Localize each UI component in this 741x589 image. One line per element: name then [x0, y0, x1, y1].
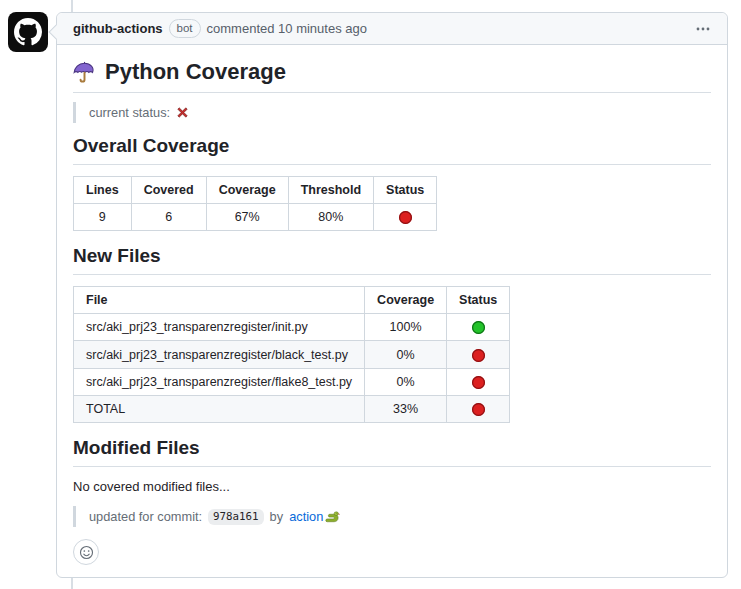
- table-row: src/aki_prj23_transparenzregister/black_…: [74, 341, 510, 368]
- new-files-heading: New Files: [73, 245, 711, 275]
- bot-badge: bot: [169, 19, 201, 38]
- commit-hash-chip[interactable]: 978a161: [208, 509, 264, 525]
- column-header: Threshold: [288, 177, 373, 204]
- coverage-cell: 33%: [365, 395, 447, 422]
- current-status-label: current status:: [89, 103, 170, 122]
- overall-coverage-table: Lines Covered Coverage Threshold Status …: [73, 176, 437, 231]
- comment-meta: commented 10 minutes ago: [207, 20, 367, 38]
- updated-label: updated for commit:: [89, 507, 202, 526]
- comment-header: github-actions bot commented 10 minutes …: [57, 13, 727, 45]
- table-row: 9 6 67% 80%: [74, 204, 437, 231]
- status-circle-icon: [472, 321, 485, 334]
- cross-mark-icon: [176, 106, 189, 119]
- column-header: File: [74, 287, 365, 314]
- table-header-row: File Coverage Status: [74, 287, 510, 314]
- status-cell: [447, 341, 510, 368]
- snake-icon: [325, 509, 340, 524]
- threshold-cell: 80%: [288, 204, 373, 231]
- comment-body: Python Coverage current status: Overall …: [57, 45, 727, 577]
- table-row: src/aki_prj23_transparenzregister/init.p…: [74, 314, 510, 341]
- no-modified-files-text: No covered modified files...: [73, 479, 711, 494]
- file-cell: src/aki_prj23_transparenzregister/init.p…: [74, 314, 365, 341]
- modified-files-heading: Modified Files: [73, 437, 711, 467]
- column-header: Status: [447, 287, 510, 314]
- file-cell: src/aki_prj23_transparenzregister/flake8…: [74, 368, 365, 395]
- column-header: Covered: [131, 177, 206, 204]
- column-header: Coverage: [365, 287, 447, 314]
- smiley-icon: [79, 545, 94, 560]
- column-header: Lines: [74, 177, 132, 204]
- status-cell: [447, 368, 510, 395]
- action-link[interactable]: action: [289, 507, 323, 526]
- updated-commit-quote: updated for commit: 978a161 by action: [73, 506, 711, 527]
- status-cell: [374, 204, 437, 231]
- report-title-text: Python Coverage: [105, 59, 286, 85]
- covered-cell: 6: [131, 204, 206, 231]
- status-cell: [447, 395, 510, 422]
- coverage-cell: 0%: [365, 368, 447, 395]
- avatar[interactable]: [8, 12, 48, 52]
- status-circle-icon: [472, 403, 485, 416]
- table-header-row: Lines Covered Coverage Threshold Status: [74, 177, 437, 204]
- report-title: Python Coverage: [73, 59, 711, 93]
- coverage-cell: 67%: [206, 204, 288, 231]
- table-row: src/aki_prj23_transparenzregister/flake8…: [74, 368, 510, 395]
- comment-card: github-actions bot commented 10 minutes …: [56, 12, 728, 578]
- table-row: TOTAL 33%: [74, 395, 510, 422]
- author-link[interactable]: github-actions: [73, 20, 163, 38]
- coverage-cell: 0%: [365, 341, 447, 368]
- current-status-quote: current status:: [73, 102, 711, 123]
- coverage-cell: 100%: [365, 314, 447, 341]
- kebab-icon: [695, 21, 711, 37]
- lines-cell: 9: [74, 204, 132, 231]
- status-circle-icon: [399, 211, 412, 224]
- by-label: by: [270, 507, 284, 526]
- github-octocat-icon: [14, 18, 42, 46]
- status-circle-icon: [472, 349, 485, 362]
- file-cell: src/aki_prj23_transparenzregister/black_…: [74, 341, 365, 368]
- kebab-menu-button[interactable]: [695, 21, 711, 37]
- overall-coverage-heading: Overall Coverage: [73, 135, 711, 165]
- total-cell: TOTAL: [74, 395, 365, 422]
- column-header: Coverage: [206, 177, 288, 204]
- new-files-table: File Coverage Status src/aki_prj23_trans…: [73, 286, 510, 423]
- status-circle-icon: [472, 376, 485, 389]
- column-header: Status: [374, 177, 437, 204]
- umbrella-icon: [73, 61, 96, 84]
- add-reaction-button[interactable]: [73, 539, 99, 565]
- status-cell: [447, 314, 510, 341]
